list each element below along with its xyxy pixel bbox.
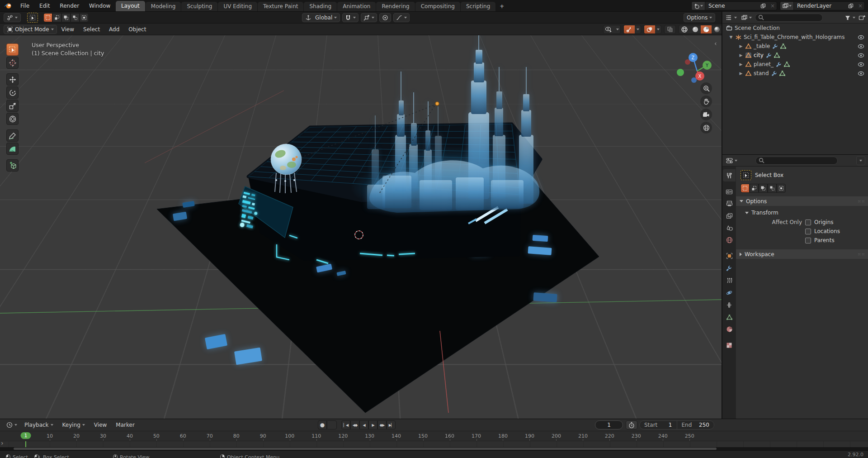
viewport-menu-view[interactable]: View <box>57 26 79 33</box>
shading-rendered-button[interactable] <box>712 25 722 34</box>
overlays-toggle[interactable] <box>644 25 655 34</box>
tab-scripting[interactable]: Scripting <box>461 2 495 11</box>
tab-object[interactable] <box>723 250 736 262</box>
play-button[interactable]: ▶ <box>368 420 377 429</box>
select-mode-extend[interactable] <box>52 13 61 22</box>
tab-constraints[interactable] <box>723 299 736 311</box>
mode-dropdown[interactable]: Object Mode <box>4 25 57 34</box>
tab-tool[interactable] <box>723 169 736 181</box>
menu-edit[interactable]: Edit <box>34 3 55 9</box>
timeline-scrollbar[interactable] <box>0 447 868 450</box>
disclosure-icon[interactable]: ▶ <box>739 62 743 67</box>
viewport-menu-object[interactable]: Object <box>124 26 151 33</box>
panel-options[interactable]: Options⁙⁙ <box>736 196 868 206</box>
select-mode-new[interactable] <box>741 184 750 193</box>
tab-view-layer[interactable] <box>723 210 736 222</box>
tab-particles[interactable] <box>723 274 736 286</box>
tool-transform[interactable] <box>6 113 19 125</box>
jump-to-start-button[interactable]: ▏◀ <box>341 420 350 429</box>
tool-cursor[interactable] <box>6 57 19 69</box>
frame-start-field[interactable]: Start1 <box>640 421 677 429</box>
tab-rendering[interactable]: Rendering <box>376 2 415 11</box>
outliner-row-planet[interactable]: ▶planet_ <box>722 60 868 69</box>
filter-dropdown[interactable] <box>844 13 856 22</box>
tab-physics[interactable] <box>723 286 736 299</box>
tab-animation[interactable]: Animation <box>337 2 376 11</box>
tab-sculpting[interactable]: Sculpting <box>181 2 217 11</box>
tab-uv-editing[interactable]: UV Editing <box>218 2 257 11</box>
disclosure-icon[interactable]: ▶ <box>739 53 743 57</box>
select-mode-subtract[interactable] <box>61 13 71 22</box>
timeline-menu-keying[interactable]: Keying <box>58 422 90 428</box>
tab-output[interactable] <box>723 197 736 210</box>
drag-grip-icon[interactable]: ⁙⁙ <box>858 199 865 204</box>
scene-icon[interactable] <box>692 2 705 10</box>
outliner-row-scene-collection[interactable]: Scene Collection <box>722 24 868 33</box>
timeline-ruler[interactable]: 1020304050607080901001101201301401501601… <box>0 431 868 441</box>
outliner-search-input[interactable] <box>755 14 823 22</box>
editor-type-button[interactable] <box>4 13 21 22</box>
outliner-row-stand[interactable]: ▶stand <box>722 69 868 78</box>
tool-add-cube[interactable] <box>6 159 19 172</box>
checkbox-origins[interactable] <box>805 219 811 225</box>
copy-icon[interactable] <box>848 3 856 9</box>
tool-scale[interactable] <box>6 100 19 112</box>
menu-window[interactable]: Window <box>84 3 115 9</box>
play-reverse-button[interactable]: ◀ <box>359 420 368 429</box>
transform-orientation-dropdown[interactable]: Global <box>302 13 340 22</box>
new-collection-button[interactable] <box>859 14 865 21</box>
editor-type-button[interactable] <box>4 420 20 429</box>
disclosure-icon[interactable]: ▶ <box>739 71 743 76</box>
outliner-row-parent[interactable]: ▼Sci_fi_Table_Chrome_with_Holograms <box>722 33 868 42</box>
tool-measure[interactable] <box>6 143 19 155</box>
drag-grip-icon[interactable]: ⁙⁙ <box>858 252 865 257</box>
menu-render[interactable]: Render <box>55 3 84 9</box>
scrollbar-handle[interactable] <box>14 448 717 450</box>
shading-wireframe-button[interactable] <box>679 25 690 34</box>
ortho-toggle-button[interactable] <box>700 122 712 134</box>
zoom-view-button[interactable] <box>700 82 712 94</box>
jump-to-end-button[interactable]: ▶▏ <box>387 420 396 429</box>
shading-solid-button[interactable] <box>690 25 701 34</box>
pan-view-button[interactable] <box>700 95 712 107</box>
panel-workspace[interactable]: Workspace⁙⁙ <box>736 249 868 259</box>
editor-type-button[interactable] <box>725 13 738 22</box>
shading-material-button[interactable] <box>701 25 712 34</box>
timeline-tracks[interactable]: › <box>0 441 868 447</box>
copy-icon[interactable] <box>760 3 769 9</box>
select-mode-invert[interactable] <box>71 13 80 22</box>
checkbox-parents[interactable] <box>805 238 811 243</box>
viewport-canvas[interactable]: User Perspective (1) Scene Collection | … <box>0 35 722 419</box>
timeline-menu-view[interactable]: View <box>90 422 111 428</box>
viewport-3d[interactable]: Global Options Object Mode ViewSelectAdd… <box>0 12 722 419</box>
prev-keyframe-button[interactable]: ◀◆ <box>350 420 359 429</box>
tab-object-data[interactable] <box>723 311 736 323</box>
active-tool-icon[interactable] <box>27 13 38 23</box>
frame-end-field[interactable]: End250 <box>677 421 714 429</box>
checkbox-locations[interactable] <box>805 229 811 234</box>
select-mode-subtract[interactable] <box>759 184 768 193</box>
blender-logo-icon[interactable] <box>0 3 15 9</box>
editor-type-button[interactable] <box>725 156 738 165</box>
tool-annotate[interactable] <box>6 129 19 142</box>
tab-shading[interactable]: Shading <box>304 2 337 11</box>
disclosure-icon[interactable]: ▶ <box>739 44 743 48</box>
tab-layout[interactable]: Layout <box>116 1 145 11</box>
camera-view-button[interactable] <box>700 109 712 120</box>
select-mode-invert[interactable] <box>768 184 777 193</box>
properties-options-button[interactable] <box>856 156 865 165</box>
properties-search-input[interactable] <box>755 157 838 165</box>
xray-toggle[interactable] <box>665 25 675 34</box>
tab-texture-paint[interactable]: Texture Paint <box>258 2 303 11</box>
use-preview-range-button[interactable] <box>626 420 637 429</box>
tab-modifiers[interactable] <box>723 262 736 274</box>
select-mode-new[interactable] <box>43 13 52 22</box>
tab-texture[interactable] <box>723 339 736 351</box>
snap-target-dropdown[interactable] <box>361 13 377 22</box>
select-mode-extend[interactable] <box>750 184 759 193</box>
tab-compositing[interactable]: Compositing <box>415 2 460 11</box>
sidebar-collapse-arrow[interactable]: ‹ <box>714 40 717 47</box>
next-keyframe-button[interactable]: ◆▶ <box>377 420 387 429</box>
select-mode-intersect[interactable] <box>777 184 786 193</box>
view-layer-selector[interactable]: RenderLayer × <box>780 1 865 10</box>
